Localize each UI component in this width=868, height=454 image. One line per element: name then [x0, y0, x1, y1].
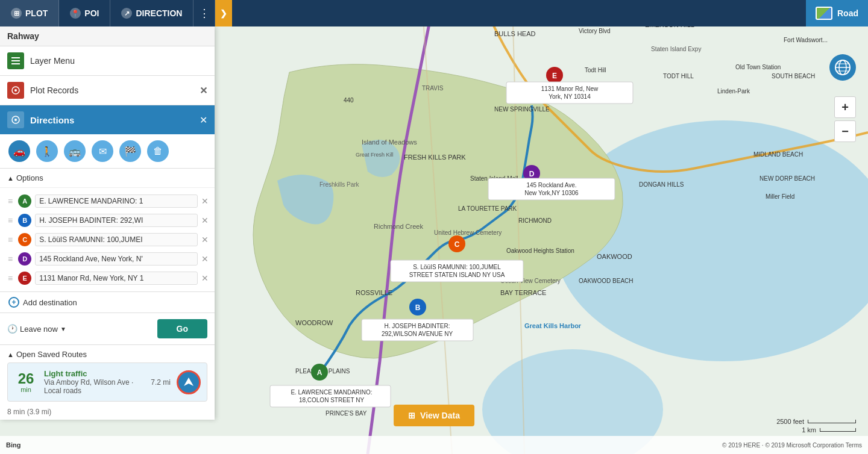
map-type-icon: [816, 7, 832, 20]
waypoint-input-d[interactable]: 145 Rockland Ave, New York, N': [35, 252, 198, 266]
add-destination-label: Add destination: [23, 298, 77, 307]
globe-button[interactable]: [829, 54, 856, 81]
svg-text:NEW SPRINGVILLE: NEW SPRINGVILLE: [494, 106, 550, 113]
plot-button[interactable]: ⊞ PLOT: [0, 0, 59, 26]
route-time-unit: min: [14, 386, 38, 393]
remove-waypoint-e[interactable]: ✕: [201, 273, 209, 283]
svg-text:H. JOSEPH BADINTER:: H. JOSEPH BADINTER:: [385, 323, 450, 329]
table-icon: ⊞: [408, 411, 415, 420]
toolbar-more-button[interactable]: ⋮: [193, 0, 215, 26]
svg-text:STREET STATEN ISLAND NY USA: STREET STATEN ISLAND NY USA: [409, 272, 505, 278]
scale-km: 1 km: [802, 426, 816, 434]
svg-text:Victory Blvd: Victory Blvd: [579, 28, 611, 34]
svg-text:Miller Field: Miller Field: [766, 193, 794, 200]
poi-label: POI: [84, 8, 99, 18]
waypoint-input-a[interactable]: E. LAWRENCE MANDARINO: 1: [35, 194, 198, 208]
options-section: ▲ Options: [0, 169, 215, 188]
plot-records-label: Plot Records: [30, 86, 78, 95]
waypoint-input-b[interactable]: H. JOSEPH BADINTER: 292,WI: [35, 214, 198, 227]
options-label: Options: [16, 173, 43, 182]
zoom-out-button[interactable]: −: [834, 120, 856, 142]
svg-text:Richmond Creek: Richmond Creek: [374, 223, 423, 230]
remove-waypoint-d[interactable]: ✕: [201, 254, 209, 264]
options-toggle[interactable]: ▲ Options: [7, 173, 207, 182]
waypoint-input-c[interactable]: S. LöüIS RAMUNNI: 100,JUMEI: [35, 233, 198, 246]
add-destination-row[interactable]: + Add destination: [0, 292, 215, 313]
marker-b: B: [18, 214, 31, 227]
scale-feet: 2500 feet: [776, 418, 804, 425]
waypoint-row-b: ≡ B H. JOSEPH BADINTER: 292,WI ✕: [0, 211, 215, 230]
drag-handle-e[interactable]: ≡: [6, 273, 14, 283]
mail-transport-button[interactable]: ✉: [92, 140, 113, 162]
svg-text:Todt Hill: Todt Hill: [585, 67, 606, 73]
add-destination-icon: +: [8, 297, 19, 308]
waypoints-list: ≡ A E. LAWRENCE MANDARINO: 1 ✕ ≡ B H. JO…: [0, 188, 215, 292]
leave-now-select[interactable]: 🕐 Leave now ▼: [7, 324, 66, 334]
waypoint-input-e[interactable]: 1131 Manor Rd, New York, NY 1: [35, 272, 198, 285]
navigate-button[interactable]: [177, 370, 201, 394]
scale-line-feet: [808, 420, 856, 423]
svg-point-75: [14, 89, 17, 92]
plot-records-icon: [7, 82, 24, 99]
remove-waypoint-c[interactable]: ✕: [201, 235, 209, 244]
svg-point-77: [14, 119, 17, 121]
saved-routes-toggle[interactable]: ▲ Open Saved Routes: [7, 350, 207, 359]
svg-text:Old Town Station: Old Town Station: [735, 64, 781, 70]
flag-transport-button[interactable]: 🏁: [119, 140, 141, 162]
svg-text:Great Kills Harbor: Great Kills Harbor: [524, 322, 582, 329]
svg-text:Staten Island Expy: Staten Island Expy: [651, 46, 701, 52]
route-distance: 7.2 mi: [151, 378, 171, 387]
plot-records-close[interactable]: ✕: [200, 85, 207, 96]
svg-text:OAKWOOD: OAKWOOD: [597, 253, 632, 260]
remove-waypoint-b[interactable]: ✕: [201, 216, 209, 225]
drag-handle-a[interactable]: ≡: [6, 196, 14, 206]
go-button[interactable]: Go: [157, 319, 207, 338]
plot-records-row[interactable]: Plot Records ✕: [0, 76, 215, 105]
drag-handle-b[interactable]: ≡: [6, 216, 14, 225]
walk-transport-button[interactable]: 🚶: [36, 140, 58, 162]
svg-text:B: B: [415, 303, 421, 312]
more-routes: 8 min (3.9 mi): [0, 404, 215, 420]
bus-transport-button[interactable]: 🚌: [64, 140, 86, 162]
road-view-button[interactable]: Road: [806, 0, 868, 26]
drag-handle-d[interactable]: ≡: [6, 254, 14, 264]
view-data-button[interactable]: ⊞ View Data: [394, 405, 474, 426]
route-traffic: Light traffic: [44, 369, 145, 378]
svg-rect-71: [11, 57, 20, 58]
svg-text:OAKWOOD BEACH: OAKWOOD BEACH: [579, 278, 634, 284]
toolbar-collapse-button[interactable]: ❯: [215, 0, 232, 26]
delete-transport-button[interactable]: 🗑: [147, 140, 169, 162]
svg-text:18,COLON STREET NY: 18,COLON STREET NY: [299, 397, 365, 403]
directions-close[interactable]: ✕: [200, 114, 207, 126]
direction-button[interactable]: ↗ DIRECTION: [110, 0, 193, 26]
layer-menu-row[interactable]: Layer Menu: [0, 46, 215, 76]
poi-button[interactable]: 📍 POI: [59, 0, 110, 26]
direction-label: DIRECTION: [136, 8, 182, 18]
left-panel: Rahway Layer Menu Plot Records ✕: [0, 26, 215, 420]
saved-routes-label: Open Saved Routes: [16, 350, 87, 359]
remove-waypoint-a[interactable]: ✕: [201, 196, 209, 206]
layer-menu-icon: [7, 52, 24, 69]
drag-handle-c[interactable]: ≡: [6, 235, 14, 244]
directions-label: Directions: [30, 115, 74, 125]
top-toolbar: ⊞ PLOT 📍 POI ↗ DIRECTION ⋮ ❯ Road: [0, 0, 868, 26]
svg-text:440: 440: [344, 97, 354, 104]
svg-text:WOODROW: WOODROW: [295, 319, 333, 326]
directions-icon: [7, 111, 24, 128]
svg-text:Linden-Park: Linden-Park: [717, 88, 750, 95]
plot-icon: ⊞: [11, 8, 22, 19]
bottom-bar: Bing © 2019 HERE · © 2019 Microsoft Corp…: [0, 436, 868, 454]
svg-text:Oakwood Heights Station: Oakwood Heights Station: [506, 247, 574, 254]
svg-text:NEW DORP BEACH: NEW DORP BEACH: [760, 175, 815, 182]
zoom-in-button[interactable]: +: [834, 96, 856, 118]
collapse-arrow: ❯: [220, 8, 227, 18]
poi-icon: 📍: [70, 8, 81, 19]
leave-now-label: Leave now: [20, 325, 58, 334]
svg-text:292,WILSON AVENUE NY: 292,WILSON AVENUE NY: [382, 331, 453, 337]
marker-e: E: [18, 272, 31, 285]
car-transport-button[interactable]: 🚗: [8, 140, 30, 162]
directions-header: Directions ✕: [0, 105, 215, 134]
marker-c: C: [18, 233, 31, 246]
waypoint-row-c: ≡ C S. LöüIS RAMUNNI: 100,JUMEI ✕: [0, 230, 215, 249]
svg-text:Island of Meadows: Island of Meadows: [362, 138, 417, 146]
